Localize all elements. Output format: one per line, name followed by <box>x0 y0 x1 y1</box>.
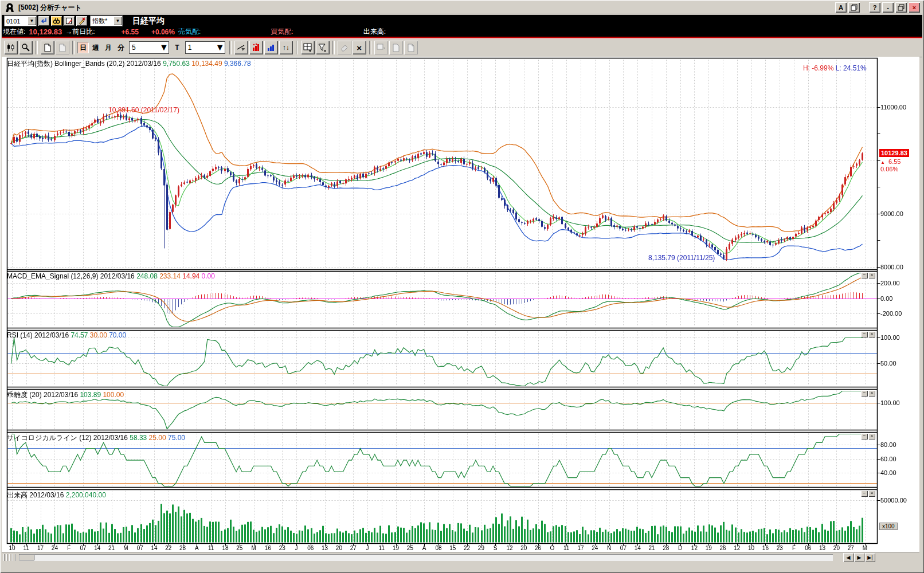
psychological-minimize-button[interactable]: − <box>861 433 868 439</box>
rsi-value: 74.57 <box>71 331 88 339</box>
rsi-low-line-value: 30.00 <box>88 331 107 339</box>
symbol-code-dropdown-icon[interactable]: ▼ <box>28 17 36 25</box>
psychological-header-title: サイコロジカルライン (12) 2012/03/16 <box>7 434 130 442</box>
x-axis-label: 20 <box>332 545 345 551</box>
trendline-draw-button[interactable] <box>234 41 248 54</box>
x-axis-label: 06 <box>802 545 815 551</box>
window-title: [5002] 分析チャート <box>18 3 82 13</box>
search-binoculars-button[interactable] <box>51 16 62 26</box>
indicator-red-button[interactable] <box>249 41 263 54</box>
x-axis-label: 21 <box>105 545 118 551</box>
volume-label: 出来高: <box>363 27 386 37</box>
scroll-end-button[interactable]: ▶| <box>865 553 875 562</box>
x-axis-label: 25 <box>404 545 416 551</box>
grid-layout-button[interactable] <box>301 41 315 54</box>
x-axis-label: 24 <box>48 545 61 551</box>
deviation-close-button[interactable]: × <box>868 390 875 397</box>
chart-region: 日経平均(指数) Bollinger_Bands (20,2) 2012/03/… <box>2 57 919 563</box>
x-axis-label: 15 <box>447 545 459 551</box>
restore-button[interactable] <box>895 2 907 13</box>
enter-button[interactable] <box>38 16 49 26</box>
x-axis-label: 28 <box>660 545 672 551</box>
scrollbar-thumb[interactable] <box>19 555 34 560</box>
x-axis-label: 20 <box>830 545 843 551</box>
chart-canvas[interactable] <box>2 57 919 554</box>
x-axis-label: 14 <box>91 545 104 551</box>
help-button[interactable]: ? <box>869 2 880 13</box>
horizontal-scrollbar[interactable] <box>19 554 833 561</box>
x-axis-label: 13 <box>816 545 829 551</box>
rsi-high-line-value: 70.00 <box>107 331 126 339</box>
print-page-button[interactable] <box>404 41 418 54</box>
tick-mode-button[interactable]: T <box>171 42 183 53</box>
x-axis-label: 26 <box>532 545 545 551</box>
minimize-button[interactable]: - <box>882 2 894 13</box>
zoom-button[interactable] <box>19 41 33 54</box>
x-axis-label: 12 <box>731 545 743 551</box>
axis-label: 100.00 <box>880 399 900 406</box>
macd-panel-controls: −× <box>861 272 875 278</box>
scroll-prev-button[interactable]: ◀ <box>843 553 853 562</box>
current-change-value: 6.55 <box>885 158 901 165</box>
tick-interval-value[interactable]: 1 <box>186 44 216 52</box>
resize-grip[interactable] <box>3 554 16 561</box>
category-combo: 指数* ▼ <box>90 15 123 26</box>
indicator-blue-button[interactable] <box>264 41 278 54</box>
minute-interval-dropdown-icon[interactable]: ▼ <box>159 42 169 53</box>
app-logo-icon <box>5 2 15 13</box>
x-axis-label: F <box>788 545 800 551</box>
titlebar: [5002] 分析チャート A ? - × <box>2 1 922 14</box>
axis-label: 0.00 <box>880 295 892 302</box>
x-axis-label: 27 <box>844 545 857 551</box>
duplicate-window-button[interactable] <box>848 2 860 13</box>
no-edit-button[interactable] <box>76 16 87 26</box>
volume-panel-header: 出来高 2012/03/16 2,200,040.00 <box>7 490 106 500</box>
current-price-tag: 10129.83 <box>879 149 909 157</box>
x-axis-label: 23 <box>276 545 288 551</box>
bb-upper-value: 10,134.49 <box>190 60 222 68</box>
x-axis-label: A <box>418 545 430 551</box>
bb-mid-value: 9,750.63 <box>163 60 190 68</box>
scroll-next-button[interactable]: ▶ <box>854 553 864 562</box>
macd-minimize-button[interactable]: − <box>861 272 868 278</box>
macd-close-button[interactable]: × <box>868 272 875 278</box>
delete-all-button[interactable]: × <box>353 41 366 54</box>
volume-close-button[interactable]: × <box>868 490 875 497</box>
close-button[interactable]: × <box>909 2 920 13</box>
symbol-code-input[interactable]: 0101 <box>5 18 28 25</box>
minute-interval-value[interactable]: 5 <box>130 44 159 52</box>
rsi-close-button[interactable]: × <box>868 331 875 337</box>
x-axis-label: 27 <box>347 545 359 551</box>
period-minute-button[interactable]: 分 <box>115 42 127 53</box>
candlestick-mode-button[interactable] <box>4 41 18 54</box>
change-label: →前日比: <box>65 27 95 37</box>
axis-label: 200.00 <box>880 280 900 286</box>
category-value[interactable]: 指数* <box>91 17 113 25</box>
new-page-button[interactable] <box>41 41 54 54</box>
x-axis-label: 21 <box>645 545 658 551</box>
psychological-close-button[interactable]: × <box>868 433 875 439</box>
copy-page-button[interactable] <box>56 41 69 54</box>
axis-label: 80.00 <box>880 441 896 448</box>
eraser-button[interactable] <box>338 41 351 54</box>
export-page-button[interactable] <box>389 41 403 54</box>
edit-note-button[interactable] <box>64 16 75 26</box>
period-day-button[interactable]: 日 <box>77 42 89 53</box>
save-layout-button[interactable] <box>374 41 388 54</box>
axis-label: 8000.00 <box>880 264 903 270</box>
scale-updown-button[interactable]: ↑↓ <box>279 41 293 54</box>
x-axis-label: 12 <box>503 545 516 551</box>
rsi-minimize-button[interactable]: − <box>861 331 868 337</box>
font-button[interactable]: A <box>835 2 847 13</box>
price-bar: 現在値: 10,129.83 →前日比: +6.55 +0.06% 売気配: 買… <box>2 27 922 37</box>
tick-interval-dropdown-icon[interactable]: ▼ <box>216 42 225 53</box>
category-dropdown-icon[interactable]: ▼ <box>113 17 122 25</box>
change-pct-value: +0.06% <box>151 28 175 36</box>
x-axis-label: 26 <box>717 545 729 551</box>
period-month-button[interactable]: 月 <box>103 42 114 53</box>
deviation-minimize-button[interactable]: − <box>861 390 868 397</box>
x-axis-label: D <box>674 545 687 551</box>
filter-button[interactable] <box>316 41 330 54</box>
period-week-button[interactable]: 週 <box>90 42 101 53</box>
volume-minimize-button[interactable]: − <box>861 490 868 497</box>
